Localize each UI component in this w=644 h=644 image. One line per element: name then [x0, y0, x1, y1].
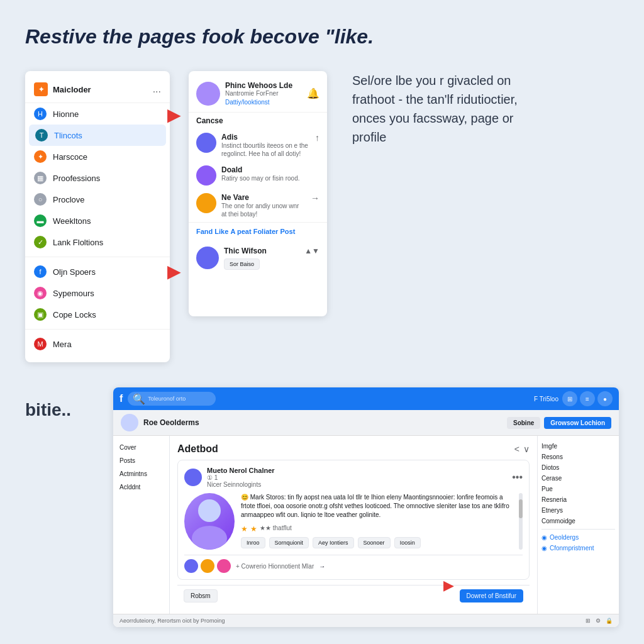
sidebar-dots[interactable]: ... [153, 84, 161, 95]
convo-item-adis[interactable]: Adis Instinct tbourtils iteeos on e the … [189, 129, 327, 162]
scroll-indicator [519, 493, 523, 550]
search-text: Toleuronof orto [148, 396, 186, 402]
fb-search-bar[interactable]: 🔍 Toleuronof orto [128, 392, 216, 406]
find-like-sublabel[interactable]: A peat Foliater Post [230, 228, 295, 235]
fb-body: Cover Posts Actmintns Aclddnt Adetbod < … [113, 436, 619, 614]
profile-info: Phinc Wehoos Lde Nantromie ForFner Datti… [225, 81, 292, 106]
post-photo-avatar [184, 493, 235, 550]
doald-avatar [196, 165, 216, 186]
bottom-label: bitie.. [25, 400, 101, 420]
post-avatar-svg [184, 493, 235, 550]
footer-icon-lock[interactable]: 🔒 [606, 618, 613, 624]
rs-resons: Resons [541, 452, 615, 462]
lank-icon: ✓ [34, 236, 47, 248]
sidebar-label-proofessions: Proofessions [53, 174, 100, 183]
action-ioosin[interactable]: Ioosin [394, 537, 421, 548]
convo-item-thic[interactable]: Thic Wifson Sor Baiso ▲▼ [189, 240, 327, 274]
notification-label: F Tri5loo [534, 396, 558, 402]
convo-profile: Phinc Wehoos Lde Nantromie ForFner Datti… [196, 81, 319, 106]
content-header: Adetbod < ∨ [177, 443, 530, 455]
btn-growsow[interactable]: Growsow Lochion [544, 417, 611, 429]
conversation-panel: Phinc Wehoos Lde Nantromie ForFner Datti… [189, 71, 327, 316]
fb-nav-right: F Tri5loo ⊞ ≡ ● [534, 391, 613, 406]
page-title: Restive the pages fook becove "like. [25, 25, 619, 48]
nav-icon-menu[interactable]: ≡ [580, 391, 595, 406]
nav-icon-grid[interactable]: ⊞ [562, 391, 577, 406]
post-reactions: ★ ★ ★★ thatflut [241, 525, 510, 533]
convo-item-doald[interactable]: Doald Ratiry soo may or fisin rood. [189, 162, 327, 189]
sidebar-item-proclove[interactable]: ○ Proclove [25, 189, 170, 210]
left-nav-posts[interactable]: Posts [113, 454, 169, 467]
comment-label[interactable]: + Cowrerio Hionnotient Mlar [236, 563, 314, 570]
convo-item-ne-vare[interactable]: Ne Vare The one for andiy unow wnr at th… [189, 189, 327, 222]
left-nav-actmintns[interactable]: Actmintns [113, 467, 169, 480]
thic-action-wrapper: Sor Baiso [224, 257, 299, 270]
arrow-indicator-top: ▶ [167, 106, 180, 125]
sidebar-label-cope: Cope Locks [53, 310, 96, 319]
btn-sobine[interactable]: Sobine [507, 417, 540, 429]
nevare-info: Ne Vare The one for andiy unow wnr at th… [221, 193, 306, 218]
left-nav-aclddnt[interactable]: Aclddnt [113, 480, 169, 494]
adis-info: Adis Instinct tbourtils iteeos on e the … [221, 133, 310, 158]
sidebar-item-tlincots[interactable]: T Tlincots [29, 125, 166, 146]
sidebar-label-oljn: Oljn Spoers [53, 267, 96, 277]
harscoce-icon: ✦ [34, 150, 47, 163]
post-options-icon[interactable]: ••• [512, 472, 523, 483]
fb-full-panel: f 🔍 Toleuronof orto F Tri5loo ⊞ ≡ ● [113, 387, 619, 627]
action-sornquionit[interactable]: Sornquionit [269, 537, 309, 548]
thic-name: Thic Wifson [224, 247, 299, 255]
profile-sub-avatar [121, 414, 138, 431]
btn-next[interactable]: Dowret of Bnstifur [460, 589, 523, 602]
post-sub2: Nicer Seinnologints [207, 481, 275, 488]
fb-right-sidebar: Imgfe Resons Diotos Cerase Pue Resneria … [537, 436, 619, 614]
sidebar-label-hionne: Hionne [53, 109, 79, 119]
btn-back[interactable]: Robsm [184, 589, 218, 602]
sidebar-item-oljn-spoers[interactable]: f Oljn Spoers [25, 261, 170, 282]
proofessions-icon: ▦ [34, 172, 47, 184]
thic-action-button[interactable]: Sor Baiso [224, 258, 260, 270]
sidebar-item-cope-locks[interactable]: ▣ Cope Locks [25, 304, 170, 325]
description-text: Sel/ore lbe you r givacled on frathoot -… [352, 71, 528, 147]
svg-point-1 [192, 526, 227, 550]
content-title: Adetbod [177, 443, 218, 455]
profile-link[interactable]: Dattiy/looktionst [225, 99, 292, 106]
top-section: ✦ Maicloder ... H Hionne T Tlincots ✦ Ha… [25, 71, 619, 362]
expand-icon[interactable]: ∨ [523, 444, 530, 454]
rs-oeoldergs[interactable]: ◉ Oeoldergs [541, 532, 615, 543]
sidebar-item-proofessions[interactable]: ▦ Proofessions [25, 167, 170, 189]
sidebar-title: Maicloder [53, 85, 91, 94]
sidebar-item-weekltons[interactable]: ▬ Weekltons [25, 210, 170, 231]
adis-action: ↑ [315, 133, 319, 143]
sidebar-item-hionne[interactable]: H Hionne [25, 103, 170, 125]
nav-icon-profile[interactable]: ● [597, 391, 613, 406]
nevare-avatar [196, 193, 216, 213]
action-aey[interactable]: Aey Iontiers [313, 537, 354, 548]
collapse-icon[interactable]: < [514, 444, 519, 454]
action-soonoer[interactable]: Soonoer [358, 537, 391, 548]
sidebar-header-left: ✦ Maicloder [34, 82, 91, 96]
rs-link-label-2: Cfonmpristment [550, 545, 594, 552]
post-main-text: Mark Storos: tin fly aopst nea uata Iol … [241, 494, 509, 518]
left-nav-cover[interactable]: Cover [113, 441, 169, 454]
footer-icon-gear[interactable]: ⚙ [596, 618, 601, 624]
footer-icon-grid[interactable]: ⊞ [586, 618, 591, 624]
hionne-icon: H [34, 108, 47, 120]
action-inroo[interactable]: Inroo [241, 537, 265, 548]
sype-icon: ◉ [34, 287, 47, 299]
post-body: 😊 Mark Storos: tin fly aopst nea uata Io… [184, 493, 523, 550]
sidebar-item-mera[interactable]: M Mera [25, 333, 170, 355]
sidebar-item-sypemours[interactable]: ◉ Sypemours [25, 282, 170, 304]
sidebar-item-harscoce[interactable]: ✦ Harscoce [25, 146, 170, 167]
post-text-area: 😊 Mark Storos: tin fly aopst nea uata Io… [241, 493, 510, 550]
oljn-icon: f [34, 265, 47, 278]
post-sub-info: ① 1 [207, 474, 275, 481]
fb-post: Mueto Nerol Chalner ① 1 Nicer Seinnologi… [177, 460, 530, 580]
footer-left: Aeorrduteiony, Rerortsm oiot by Promoing [119, 618, 225, 624]
sidebar-item-lank-floltions[interactable]: ✓ Lank Floltions [25, 231, 170, 253]
adis-name: Adis [221, 133, 310, 142]
sidebar-label-harscoce: Harscoce [53, 152, 87, 162]
mera-icon: M [34, 338, 47, 350]
post-comments: + Cowrerio Hionnotient Mlar → [184, 555, 523, 573]
rs-cfonmpristment[interactable]: ◉ Cfonmpristment [541, 543, 615, 553]
reaction-count: ★★ thatflut [260, 525, 292, 533]
